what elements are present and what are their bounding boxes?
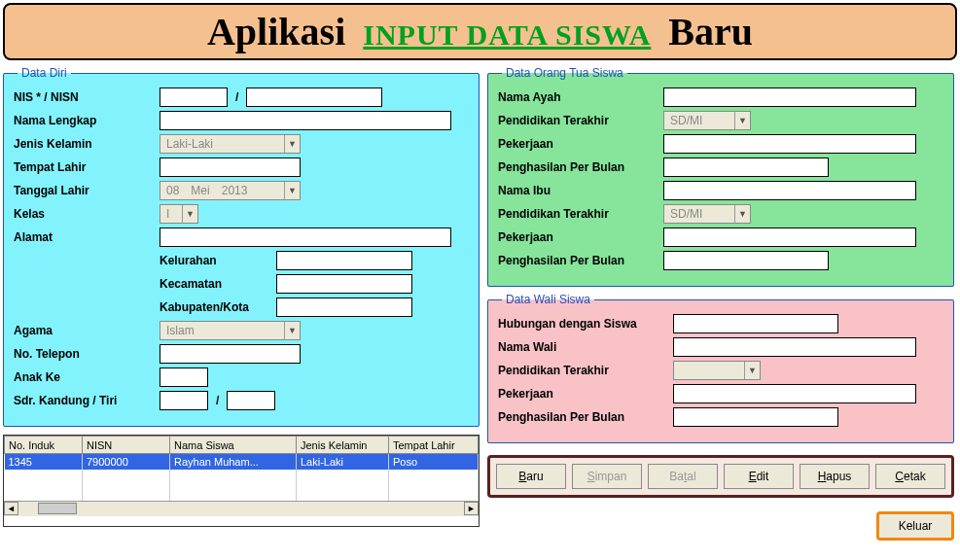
horizontal-scrollbar[interactable]: ◄ ► — [4, 501, 479, 516]
input-nama-wali[interactable] — [673, 337, 916, 357]
label-nama-ayah: Nama Ayah — [498, 90, 663, 104]
label-nama-ibu: Nama Ibu — [498, 184, 663, 197]
chevron-down-icon: ▼ — [182, 205, 197, 223]
batal-button[interactable]: Batal — [648, 464, 718, 489]
label-hasil-ayah: Penghasilan Per Bulan — [498, 160, 663, 174]
input-nisn[interactable] — [246, 88, 382, 107]
table-row[interactable] — [5, 485, 479, 501]
input-kabupaten[interactable] — [276, 298, 412, 317]
chevron-down-icon: ▼ — [734, 112, 750, 129]
label-hasil-ibu: Penghasilan Per Bulan — [498, 254, 663, 267]
select-tgl-lahir[interactable]: 08 Mei 2013 ▼ — [160, 181, 301, 200]
label-nama-wali: Nama Wali — [498, 340, 673, 354]
select-jk[interactable]: Laki-Laki ▼ — [160, 134, 301, 154]
input-nama-ayah[interactable] — [663, 88, 916, 107]
select-pend-ayah[interactable]: SD/MI▼ — [663, 111, 751, 130]
edit-button[interactable]: Edit — [724, 464, 794, 489]
input-penghasilan-wali[interactable] — [673, 407, 838, 427]
baru-button[interactable]: Baru — [496, 464, 566, 489]
label-anak-ke: Anak Ke — [14, 370, 160, 384]
chevron-down-icon: ▼ — [284, 322, 300, 339]
input-kerja-ibu[interactable] — [663, 228, 916, 247]
scroll-right-icon[interactable]: ► — [464, 502, 479, 515]
input-nama[interactable] — [160, 111, 451, 130]
legend-wali: Data Wali Siswa — [502, 293, 594, 306]
chevron-down-icon: ▼ — [744, 362, 760, 379]
label-pend-wali: Pendidikan Terakhir — [498, 364, 673, 377]
select-kelas[interactable]: I ▼ — [160, 204, 198, 224]
label-nama: Nama Lengkap — [14, 114, 160, 127]
input-penghasilan-ibu[interactable] — [663, 251, 829, 270]
label-telp: No. Telepon — [14, 347, 160, 361]
fieldset-data-diri: Data Diri NIS * / NISN / Nama Lengkap Je… — [3, 66, 480, 427]
select-agama[interactable]: Islam ▼ — [160, 321, 301, 340]
label-tempat: Tempat Lahir — [14, 160, 160, 174]
legend-ortu: Data Orang Tua Siswa — [502, 66, 627, 80]
label-kelurahan: Kelurahan — [160, 254, 276, 267]
input-anak-ke[interactable] — [160, 368, 208, 387]
input-tempat-lahir[interactable] — [160, 158, 301, 177]
input-kelurahan[interactable] — [276, 251, 412, 270]
table-row[interactable] — [5, 470, 479, 485]
title-right: Baru — [668, 9, 753, 54]
label-kerja-ibu: Pekerjaan — [498, 230, 663, 244]
label-alamat: Alamat — [14, 230, 160, 244]
label-agama: Agama — [14, 324, 160, 337]
fieldset-data-ortu: Data Orang Tua Siswa Nama Ayah Pendidika… — [487, 66, 954, 287]
label-hub-wali: Hubungan dengan Siswa — [498, 317, 673, 331]
label-pend-ayah: Pendidikan Terakhir — [498, 114, 663, 127]
input-alamat[interactable] — [160, 228, 451, 247]
chevron-down-icon: ▼ — [734, 205, 750, 223]
cetak-button[interactable]: Cetak — [875, 464, 945, 489]
legend-data-diri: Data Diri — [18, 66, 71, 80]
label-kecamatan: Kecamatan — [160, 277, 276, 291]
label-sdr: Sdr. Kandung / Tiri — [14, 394, 160, 407]
scroll-thumb[interactable] — [38, 503, 77, 514]
scroll-left-icon[interactable]: ◄ — [4, 502, 18, 515]
title-left: Aplikasi — [207, 9, 345, 54]
input-nama-ibu[interactable] — [663, 181, 916, 200]
label-kerja-ayah: Pekerjaan — [498, 137, 663, 151]
label-hasil-wali: Penghasilan Per Bulan — [498, 410, 673, 424]
data-grid[interactable]: No. Induk NISN Nama Siswa Jenis Kelamin … — [3, 435, 480, 527]
input-sdr-tiri[interactable] — [227, 391, 275, 410]
label-nis: NIS * / NISN — [14, 90, 160, 104]
input-penghasilan-ayah[interactable] — [663, 158, 829, 177]
table-row[interactable]: 13457900000Rayhan Muham...Laki-LakiPoso — [5, 454, 479, 470]
label-tgl: Tanggal Lahir — [14, 184, 160, 197]
select-pend-wali[interactable]: ▼ — [673, 361, 761, 380]
input-hub-wali[interactable] — [673, 314, 838, 333]
label-kelas: Kelas — [14, 207, 160, 221]
keluar-button[interactable]: Keluar — [876, 511, 954, 541]
hapus-button[interactable]: Hapus — [800, 464, 870, 489]
title-mid: INPUT DATA SISWA — [363, 18, 651, 52]
input-nis[interactable] — [160, 88, 228, 107]
chevron-down-icon: ▼ — [284, 135, 300, 153]
app-header: Aplikasi INPUT DATA SISWA Baru — [3, 3, 957, 60]
chevron-down-icon: ▼ — [284, 182, 300, 199]
simpan-button[interactable]: Simpan — [572, 464, 642, 489]
label-kabupaten: Kabupaten/Kota — [160, 300, 276, 314]
select-pend-ibu[interactable]: SD/MI▼ — [663, 204, 751, 224]
button-bar: Baru Simpan Batal Edit Hapus Cetak — [487, 455, 954, 498]
label-kerja-wali: Pekerjaan — [498, 387, 673, 401]
input-kerja-ayah[interactable] — [663, 134, 916, 154]
label-jk: Jenis Kelamin — [14, 137, 160, 151]
grid-header: No. Induk NISN Nama Siswa Jenis Kelamin … — [5, 437, 479, 454]
label-pend-ibu: Pendidikan Terakhir — [498, 207, 663, 221]
input-kerja-wali[interactable] — [673, 384, 916, 403]
input-telp[interactable] — [160, 344, 301, 364]
input-sdr-kandung[interactable] — [160, 391, 208, 410]
fieldset-data-wali: Data Wali Siswa Hubungan dengan Siswa Na… — [487, 293, 954, 443]
input-kecamatan[interactable] — [276, 274, 412, 294]
